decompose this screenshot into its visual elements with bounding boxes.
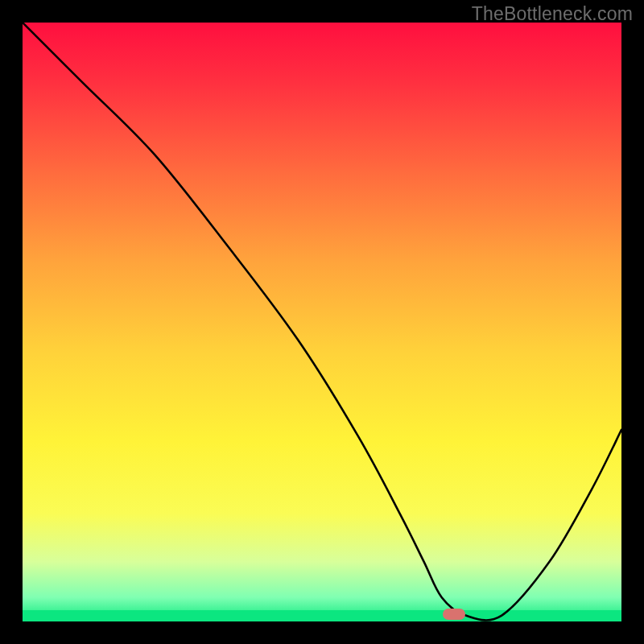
watermark-text: TheBottleneck.com — [472, 3, 633, 25]
plot-area — [23, 23, 621, 621]
bottleneck-curve — [23, 23, 621, 621]
curve-path — [23, 23, 621, 620]
chart-frame: TheBottleneck.com — [0, 0, 644, 644]
optimal-marker — [443, 609, 465, 620]
